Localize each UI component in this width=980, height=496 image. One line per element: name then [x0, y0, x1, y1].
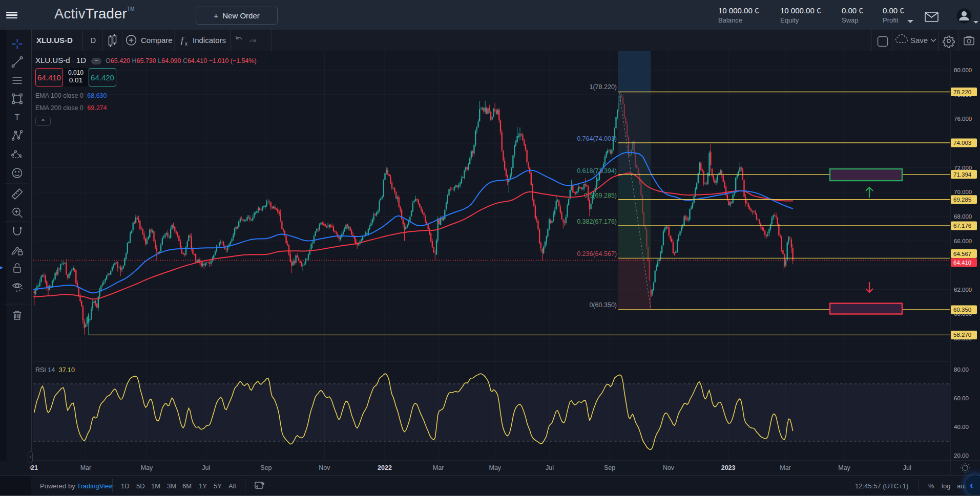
svg-text:Sep: Sep — [260, 464, 272, 471]
svg-text:20.00: 20.00 — [954, 452, 969, 459]
svg-text:Nov: Nov — [319, 464, 330, 471]
svg-text:1(78.220): 1(78.220) — [589, 83, 617, 91]
svg-text:T: T — [15, 113, 20, 122]
svg-text:68.000: 68.000 — [954, 213, 972, 220]
svg-text:0.5(69.285): 0.5(69.285) — [584, 192, 617, 199]
svg-text:64.567: 64.567 — [953, 251, 971, 257]
svg-text:0.764(74.003): 0.764(74.003) — [577, 135, 617, 142]
svg-text:0.382(67.176): 0.382(67.176) — [577, 218, 617, 225]
svg-text:Compare: Compare — [141, 36, 173, 45]
svg-text:2021: 2021 — [30, 464, 38, 471]
svg-text:May: May — [141, 464, 153, 471]
svg-text:Jul: Jul — [546, 464, 554, 471]
svg-text:69.285: 69.285 — [953, 197, 971, 203]
svg-text:0.618(71.394): 0.618(71.394) — [577, 167, 617, 175]
svg-text:May: May — [838, 464, 850, 471]
svg-text:58.270: 58.270 — [953, 332, 971, 338]
svg-text:XLU.US-D: XLU.US-D — [36, 36, 73, 45]
svg-text:Mar: Mar — [433, 464, 444, 471]
svg-text:71.394: 71.394 — [953, 171, 972, 178]
svg-text:Indicators: Indicators — [193, 36, 226, 45]
svg-text:Mar: Mar — [80, 464, 92, 471]
svg-text:72.000: 72.000 — [954, 165, 972, 171]
svg-text:78.220: 78.220 — [953, 89, 971, 95]
svg-text:Save: Save — [910, 36, 928, 45]
svg-text:0.236(64.567): 0.236(64.567) — [577, 250, 617, 257]
svg-text:Jul: Jul — [202, 464, 210, 471]
svg-text:80.00: 80.00 — [954, 366, 969, 373]
svg-text:66.000: 66.000 — [954, 238, 972, 244]
svg-text:x: x — [185, 41, 187, 47]
svg-text:67.176: 67.176 — [953, 223, 971, 229]
svg-text:D: D — [91, 36, 96, 45]
svg-text:60.00: 60.00 — [954, 395, 969, 401]
svg-text:2023: 2023 — [721, 464, 736, 471]
svg-text:40.00: 40.00 — [954, 424, 969, 430]
svg-text:60.350: 60.350 — [953, 307, 971, 313]
svg-text:62.000: 62.000 — [954, 287, 972, 293]
svg-text:Mar: Mar — [780, 464, 791, 471]
svg-text:May: May — [489, 464, 501, 471]
svg-text:80.000: 80.000 — [954, 67, 972, 73]
svg-text:70.000: 70.000 — [954, 189, 972, 195]
svg-text:2022: 2022 — [378, 464, 392, 471]
svg-text:Jul: Jul — [903, 464, 911, 471]
svg-text:76.000: 76.000 — [954, 116, 972, 122]
svg-text:74.003: 74.003 — [953, 140, 971, 146]
svg-text:Sep: Sep — [604, 464, 615, 471]
svg-text:0(60.350): 0(60.350) — [589, 301, 617, 309]
svg-text:64.410: 64.410 — [953, 260, 971, 266]
svg-text:Nov: Nov — [663, 464, 675, 471]
